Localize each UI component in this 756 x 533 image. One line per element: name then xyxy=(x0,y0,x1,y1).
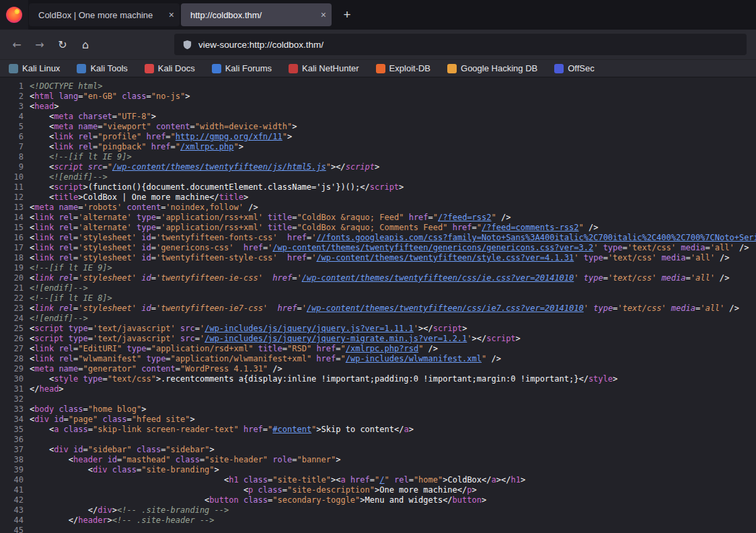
tab-title: http://coldbox.thm/ xyxy=(190,10,315,20)
new-tab-button[interactable]: + xyxy=(336,4,358,26)
source-line: 34<div id="page" class="hfeed site"> xyxy=(0,415,756,425)
source-code: <header id="masthead" class="site-header… xyxy=(30,455,756,465)
source-code: <link rel="EditURI" type="application/rs… xyxy=(30,344,756,354)
url-text: view-source:http://coldbox.thm/ xyxy=(198,40,324,50)
source-code: <link rel='stylesheet' id='twentyfifteen… xyxy=(30,253,756,263)
browser-tab[interactable]: http://coldbox.thm/× xyxy=(181,3,332,26)
bookmarks-toolbar: Kali LinuxKali ToolsKali DocsKali Forums… xyxy=(0,59,756,77)
source-link[interactable]: //fonts.googleapis.com/css?family=Noto+S… xyxy=(316,233,756,242)
url-bar[interactable]: view-source:http://coldbox.thm/ xyxy=(174,34,747,55)
home-button[interactable]: ⌂ xyxy=(74,34,97,55)
line-number: 18 xyxy=(0,253,24,263)
forward-button[interactable]: → xyxy=(28,34,51,55)
line-number: 21 xyxy=(0,283,24,293)
bookmark-label: Kali Tools xyxy=(90,63,127,73)
kali-forums-icon xyxy=(212,64,221,73)
browser-tab[interactable]: ColdBox | One more machine× xyxy=(29,3,180,26)
line-number: 34 xyxy=(0,415,24,425)
source-code: <p class="site-description">One more mac… xyxy=(30,485,756,495)
source-code: <meta name="generator" content="WordPres… xyxy=(30,364,756,374)
offsec-icon xyxy=(554,64,564,73)
source-line: 36 xyxy=(0,435,756,445)
source-code: <!--[if lt IE 9]> xyxy=(30,263,756,273)
line-number: 24 xyxy=(0,314,24,324)
kali-nethunter-icon xyxy=(289,64,298,73)
line-number: 27 xyxy=(0,344,24,354)
source-link[interactable]: /xmlrpc.php?rsd xyxy=(346,344,418,353)
view-source-content: 1<!DOCTYPE html>2<html lang="en-GB" clas… xyxy=(0,77,756,533)
bookmark-item[interactable]: Kali Tools xyxy=(77,63,127,73)
tab-close-icon[interactable]: × xyxy=(169,10,174,20)
source-line: 43 </div><!-- .site-branding --> xyxy=(0,505,756,516)
source-code: <button class="secondary-toggle">Menu an… xyxy=(30,495,756,505)
line-number: 10 xyxy=(0,172,24,182)
source-link[interactable]: /wp-content/themes/twentyfifteen/generic… xyxy=(272,243,593,252)
source-line: 22<!--[if lt IE 8]> xyxy=(0,293,756,304)
source-code: <head> xyxy=(30,102,756,112)
source-code xyxy=(30,394,756,404)
bookmark-item[interactable]: Exploit-DB xyxy=(376,63,430,73)
shield-icon xyxy=(182,40,192,50)
line-number: 4 xyxy=(0,112,24,122)
source-line: 4 <meta charset="UTF-8"> xyxy=(0,112,756,122)
source-code: <link rel='stylesheet' id='twentyfifteen… xyxy=(30,233,756,243)
source-line: 25<script type='text/javascript' src='/w… xyxy=(0,324,756,334)
source-link[interactable]: /wp-content/themes/twentyfifteen/css/ie7… xyxy=(307,304,584,313)
line-number: 9 xyxy=(0,162,24,172)
source-code: <title>ColdBox | One more machine</title… xyxy=(30,192,756,203)
source-link[interactable]: /wp-content/themes/twentyfifteen/style.c… xyxy=(316,253,574,262)
source-code: <script type='text/javascript' src='/wp-… xyxy=(30,324,756,334)
line-number: 7 xyxy=(0,142,24,152)
source-code: <div id="page" class="hfeed site"> xyxy=(30,415,756,425)
bookmark-item[interactable]: Kali Docs xyxy=(145,63,195,73)
tab-close-icon[interactable]: × xyxy=(321,10,326,20)
source-link[interactable]: /wp-includes/wlwmanifest.xml xyxy=(346,354,482,363)
source-code: <![endif]--> xyxy=(30,314,756,324)
source-link[interactable]: / xyxy=(379,475,384,485)
line-number: 15 xyxy=(0,223,24,233)
source-line: 1<!DOCTYPE html> xyxy=(0,81,756,92)
kali-linux-icon xyxy=(9,64,18,73)
back-button[interactable]: ← xyxy=(5,34,28,55)
line-number: 35 xyxy=(0,425,24,435)
source-code: <!--[if lt IE 9]> xyxy=(30,152,756,162)
source-link[interactable]: /wp-includes/js/jquery/jquery.js?ver=1.1… xyxy=(204,324,414,333)
line-number: 41 xyxy=(0,485,24,495)
source-line: 41 <p class="site-description">One more … xyxy=(0,485,756,495)
reload-button[interactable]: ↻ xyxy=(51,34,74,55)
source-code: <link rel='alternate' type='application/… xyxy=(30,223,756,233)
bookmark-item[interactable]: Google Hacking DB xyxy=(447,63,537,73)
source-code: <script src="/wp-content/themes/twentyfi… xyxy=(30,162,756,172)
bookmark-item[interactable]: Kali NetHunter xyxy=(289,63,359,73)
source-line: 42 <button class="secondary-toggle">Menu… xyxy=(0,495,756,505)
source-link[interactable]: /?feed=rss2 xyxy=(438,213,491,222)
line-number: 43 xyxy=(0,505,24,516)
source-link[interactable]: #content xyxy=(272,425,311,434)
source-link[interactable]: /xmlrpc.php xyxy=(180,142,233,151)
source-line: 35 <a class="skip-link screen-reader-tex… xyxy=(0,425,756,435)
source-code: <link rel='stylesheet' id='twentyfifteen… xyxy=(30,273,756,283)
source-link[interactable]: http://gmpg.org/xfn/11 xyxy=(176,132,282,141)
bookmark-label: Kali Docs xyxy=(158,63,195,73)
line-number: 2 xyxy=(0,92,24,102)
source-code: <!--[if lt IE 8]> xyxy=(30,293,756,304)
line-number: 22 xyxy=(0,293,24,304)
source-code: <link rel='alternate' type='application/… xyxy=(30,213,756,223)
bookmark-item[interactable]: Kali Forums xyxy=(212,63,272,73)
source-link[interactable]: /wp-content/themes/twentyfifteen/js/html… xyxy=(112,162,326,172)
source-link[interactable]: /wp-includes/js/jquery/jquery-migrate.mi… xyxy=(204,334,467,343)
source-link[interactable]: /?feed=comments-rss2 xyxy=(482,223,579,232)
source-link[interactable]: /wp-content/themes/twentyfifteen/css/ie.… xyxy=(302,273,574,283)
source-line: 38 <header id="masthead" class="site-hea… xyxy=(0,455,756,465)
line-number: 20 xyxy=(0,273,24,283)
source-line: 21<![endif]--> xyxy=(0,283,756,293)
source-line: 12 <title>ColdBox | One more machine</ti… xyxy=(0,192,756,203)
line-number: 45 xyxy=(0,526,24,533)
source-line: 40 <h1 class="site-title"><a href="/" re… xyxy=(0,475,756,485)
source-line: 20<link rel='stylesheet' id='twentyfifte… xyxy=(0,273,756,283)
bookmark-item[interactable]: Kali Linux xyxy=(9,63,60,73)
source-line: 39 <div class="site-branding"> xyxy=(0,465,756,475)
bookmark-item[interactable]: OffSec xyxy=(554,63,595,73)
source-code: <a class="skip-link screen-reader-text" … xyxy=(30,425,756,435)
line-number: 42 xyxy=(0,495,24,505)
